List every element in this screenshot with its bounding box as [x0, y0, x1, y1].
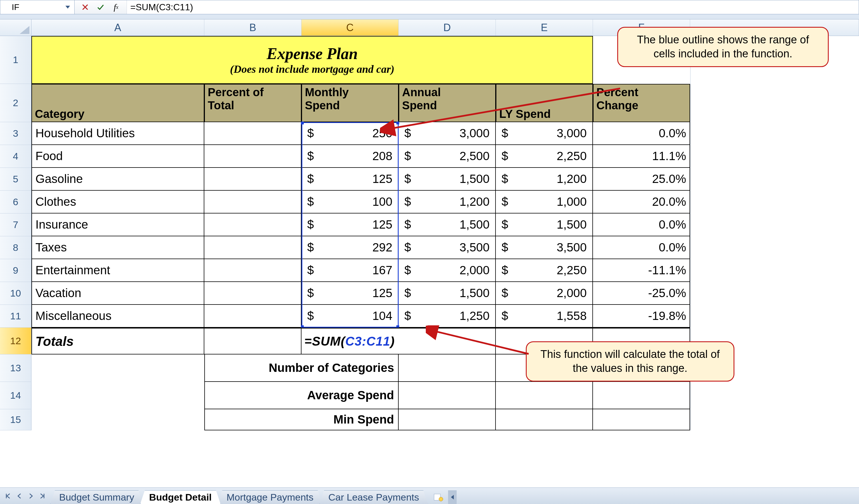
cell-E11[interactable]: $1,558 — [496, 305, 593, 328]
cell-E9[interactable]: $2,250 — [496, 259, 593, 282]
tab-car-lease-payments[interactable]: Car Lease Payments — [319, 490, 428, 504]
col-header-D[interactable]: D — [398, 19, 496, 36]
row-header-15[interactable]: 15 — [0, 409, 31, 430]
row-header-11[interactable]: 11 — [0, 305, 31, 328]
cell-A5[interactable]: Gasoline — [31, 168, 204, 191]
cell-B10[interactable] — [204, 282, 301, 305]
cell-F8[interactable]: 0.0% — [593, 236, 690, 259]
row-header-1[interactable]: 1 — [0, 36, 31, 84]
row-header-12[interactable]: 12 — [0, 328, 31, 355]
cell-A6[interactable]: Clothes — [31, 191, 204, 214]
cell-C10[interactable]: $125 — [301, 282, 398, 305]
cell-E7[interactable]: $1,500 — [496, 214, 593, 236]
cell-F4[interactable]: 11.1% — [593, 145, 690, 168]
cell-D15[interactable] — [398, 409, 496, 430]
cell-A8[interactable]: Taxes — [31, 236, 204, 259]
cell-E14[interactable] — [496, 382, 593, 409]
formula-input[interactable]: =SUM(C3:C11) — [127, 0, 859, 14]
cell-F9[interactable]: -11.1% — [593, 259, 690, 282]
cell-A4[interactable]: Food — [31, 145, 204, 168]
cell-D8[interactable]: $3,500 — [398, 236, 496, 259]
cell-B3[interactable] — [204, 122, 301, 145]
row-header-7[interactable]: 7 — [0, 214, 31, 236]
label-min-spend[interactable]: Min Spend — [204, 409, 398, 430]
row-header-13[interactable]: 13 — [0, 355, 31, 382]
cell-D11[interactable]: $1,250 — [398, 305, 496, 328]
cell-C6[interactable]: $100 — [301, 191, 398, 214]
cell-D14[interactable] — [398, 382, 496, 409]
new-sheet-icon[interactable] — [431, 490, 446, 504]
label-average-spend[interactable]: Average Spend — [204, 382, 398, 409]
cell-F15[interactable] — [593, 409, 690, 430]
cell-E15[interactable] — [496, 409, 593, 430]
cell-A12-totals[interactable]: Totals — [31, 328, 204, 355]
cell-E5[interactable]: $1,200 — [496, 168, 593, 191]
cell-F10[interactable]: -25.0% — [593, 282, 690, 305]
col-header-B[interactable]: B — [204, 19, 301, 36]
cell-E10[interactable]: $2,000 — [496, 282, 593, 305]
cell-A11[interactable]: Miscellaneous — [31, 305, 204, 328]
cell-B9[interactable] — [204, 259, 301, 282]
cell-C4[interactable]: $208 — [301, 145, 398, 168]
row-header-8[interactable]: 8 — [0, 236, 31, 259]
header-monthly-spend[interactable]: MonthlySpend — [301, 84, 398, 122]
row-header-9[interactable]: 9 — [0, 259, 31, 282]
select-all-corner[interactable] — [0, 19, 31, 36]
next-sheet-icon[interactable] — [26, 491, 36, 501]
header-percent-change[interactable]: PercentChange — [593, 84, 690, 122]
cell-B4[interactable] — [204, 145, 301, 168]
header-percent-total[interactable]: Percent ofTotal — [204, 84, 301, 122]
cell-B6[interactable] — [204, 191, 301, 214]
row-header-14[interactable]: 14 — [0, 382, 31, 409]
cell-A9[interactable]: Entertainment — [31, 259, 204, 282]
header-ly-spend[interactable]: LY Spend — [496, 84, 593, 122]
row-header-6[interactable]: 6 — [0, 191, 31, 214]
tab-scroll-icon[interactable] — [448, 490, 457, 504]
enter-icon[interactable] — [96, 3, 105, 12]
row-header-2[interactable]: 2 — [0, 84, 31, 122]
cell-B8[interactable] — [204, 236, 301, 259]
last-sheet-icon[interactable] — [37, 491, 47, 501]
cell-F11[interactable]: -19.8% — [593, 305, 690, 328]
cell-D7[interactable]: $1,500 — [398, 214, 496, 236]
row-header-10[interactable]: 10 — [0, 282, 31, 305]
cell-A7[interactable]: Insurance — [31, 214, 204, 236]
header-category[interactable]: Category — [31, 84, 204, 122]
cell-F7[interactable]: 0.0% — [593, 214, 690, 236]
col-header-C[interactable]: C — [301, 19, 398, 36]
cell-D13[interactable] — [398, 355, 496, 382]
cell-D6[interactable]: $1,200 — [398, 191, 496, 214]
prev-sheet-icon[interactable] — [14, 491, 25, 501]
name-box[interactable]: IF — [0, 0, 75, 14]
cell-D4[interactable]: $2,500 — [398, 145, 496, 168]
name-box-dropdown-icon[interactable] — [63, 2, 73, 12]
cell-E8[interactable]: $3,500 — [496, 236, 593, 259]
insert-function-icon[interactable]: fx — [112, 3, 120, 12]
tab-mortgage-payments[interactable]: Mortgage Payments — [218, 490, 322, 504]
cell-F3[interactable]: 0.0% — [593, 122, 690, 145]
cell-A3[interactable]: Household Utilities — [31, 122, 204, 145]
cell-C5[interactable]: $125 — [301, 168, 398, 191]
cell-E4[interactable]: $2,250 — [496, 145, 593, 168]
cell-C12-formula[interactable]: =SUM(C3:C11) — [301, 328, 496, 355]
cell-C7[interactable]: $125 — [301, 214, 398, 236]
cell-A10[interactable]: Vacation — [31, 282, 204, 305]
cell-B5[interactable] — [204, 168, 301, 191]
cell-B12[interactable] — [204, 328, 301, 355]
cell-F6[interactable]: 20.0% — [593, 191, 690, 214]
row-header-3[interactable]: 3 — [0, 122, 31, 145]
cell-E3[interactable]: $3,000 — [496, 122, 593, 145]
label-number-of-categories[interactable]: Number of Categories — [204, 355, 398, 382]
col-header-A[interactable]: A — [31, 19, 204, 36]
cell-C3[interactable]: $250 — [301, 122, 398, 145]
row-header-5[interactable]: 5 — [0, 168, 31, 191]
col-header-E[interactable]: E — [496, 19, 593, 36]
title-merged-cell[interactable]: Expense Plan (Does not include mortgage … — [31, 36, 593, 84]
row-header-4[interactable]: 4 — [0, 145, 31, 168]
cell-D5[interactable]: $1,500 — [398, 168, 496, 191]
tab-budget-summary[interactable]: Budget Summary — [50, 490, 143, 504]
cancel-icon[interactable] — [81, 3, 89, 12]
cell-D3[interactable]: $3,000 — [398, 122, 496, 145]
header-annual-spend[interactable]: AnnualSpend — [398, 84, 496, 122]
cell-E6[interactable]: $1,000 — [496, 191, 593, 214]
